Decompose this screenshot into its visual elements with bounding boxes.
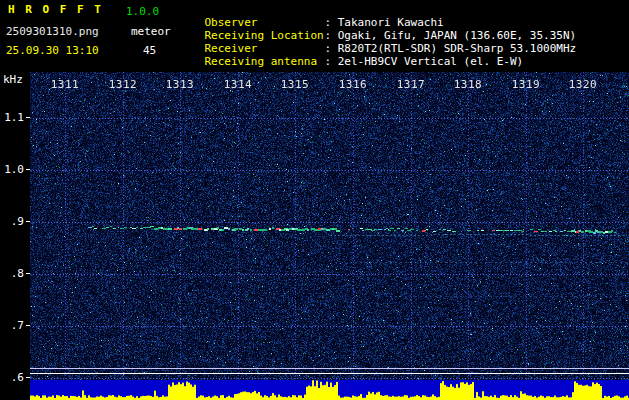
app-title: H R O F F T	[8, 3, 103, 16]
signal-level-strip-canvas	[30, 380, 629, 400]
y-axis-unit-label: kHz	[3, 73, 23, 86]
y-tick-label: .6	[11, 372, 30, 383]
y-tick-label: .7	[11, 320, 30, 331]
meta-value: : 2el-HB9CV Vertical (el. E-W)	[325, 55, 524, 68]
hrofft-screen: H R O F F T 1.0.0 2509301310.png meteor …	[0, 0, 629, 400]
x-tick-label: 1314	[224, 78, 253, 91]
x-tick-label: 1318	[454, 78, 483, 91]
y-tick-label: 1.0	[4, 164, 30, 175]
x-tick-label: 1316	[339, 78, 368, 91]
y-tick-label: 1.1	[4, 112, 30, 123]
x-tick-label: 1311	[51, 78, 80, 91]
spectrogram-canvas	[30, 72, 629, 380]
timestamp: 25.09.30 13:10	[6, 44, 99, 57]
header-left: H R O F F T 1.0.0 2509301310.png meteor …	[0, 0, 178, 72]
x-tick-label: 1319	[512, 78, 541, 91]
mode-label: meteor	[131, 25, 171, 38]
x-tick-label: 1312	[109, 78, 138, 91]
x-tick-label: 1317	[397, 78, 426, 91]
x-tick-label: 1320	[569, 78, 598, 91]
app-version: 1.0.0	[126, 5, 159, 18]
meta-label: Receiving antenna	[205, 55, 325, 68]
output-filename: 2509301310.png	[6, 25, 99, 38]
y-tick-label: .8	[11, 268, 30, 279]
x-tick-label: 1315	[281, 78, 310, 91]
y-tick-label: .9	[11, 216, 30, 227]
x-tick-label: 1313	[166, 78, 195, 91]
echo-count: 45	[143, 44, 156, 57]
